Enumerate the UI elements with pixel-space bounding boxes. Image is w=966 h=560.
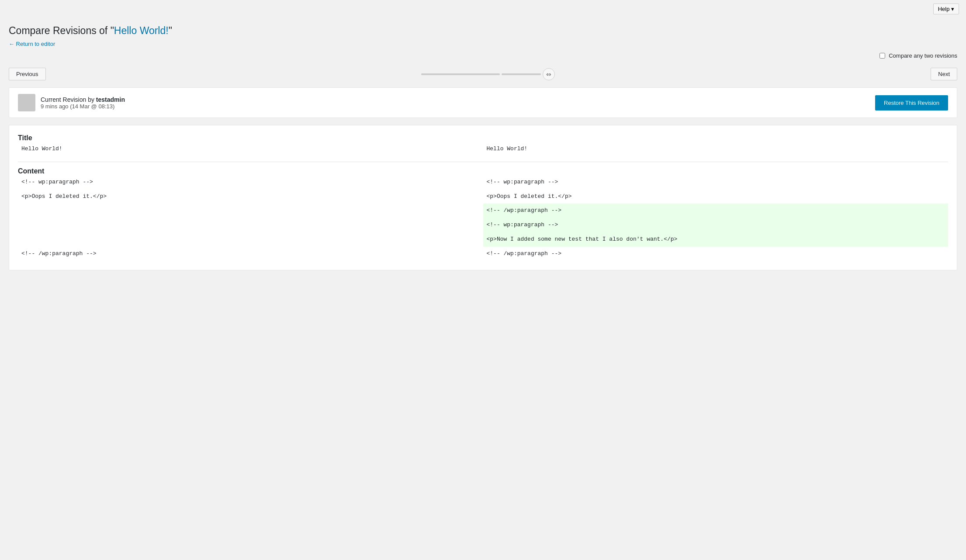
diff-row-left-2	[18, 204, 483, 218]
diff-row-right-2: <!-- /wp:paragraph -->	[483, 204, 949, 218]
time-ago: 9 mins ago	[41, 103, 69, 110]
table-row: <!-- /wp:paragraph -->	[18, 204, 948, 218]
revision-timestamp: 9 mins ago (14 Mar @ 08:13)	[41, 103, 125, 110]
diff-title-left: Hello World!	[18, 142, 483, 156]
compare-revisions-label[interactable]: Compare any two revisions	[889, 52, 957, 59]
compare-checkbox-row: Compare any two revisions	[0, 51, 966, 64]
table-row: Hello World! Hello World!	[18, 142, 948, 156]
revision-info-bar: Current Revision by testadmin 9 mins ago…	[9, 87, 957, 118]
diff-divider	[18, 162, 948, 162]
title-prefix: Compare Revisions of "	[9, 25, 114, 36]
title-suffix: "	[169, 25, 172, 36]
revision-label-text: Current Revision by	[41, 96, 94, 103]
table-row: <p>Now I added some new test that I also…	[18, 232, 948, 247]
nav-row: Previous ⇔ Next	[0, 64, 966, 84]
diff-row-left-1: <p>Oops I deleted it.</p>	[18, 190, 483, 204]
return-to-editor-link[interactable]: ← Return to editor	[9, 41, 55, 47]
revision-author-section: Current Revision by testadmin 9 mins ago…	[18, 94, 125, 111]
table-row: <p>Oops I deleted it.</p><p>Oops I delet…	[18, 190, 948, 204]
slider-track-left	[421, 73, 500, 75]
avatar	[18, 94, 35, 111]
page-title: Compare Revisions of "Hello World!"	[9, 25, 957, 37]
diff-row-right-0: <!-- wp:paragraph -->	[483, 175, 949, 190]
table-row: <!-- wp:paragraph --><!-- wp:paragraph -…	[18, 175, 948, 190]
diff-container: Title Hello World! Hello World! Content …	[9, 125, 957, 270]
diff-title-heading: Title	[18, 134, 32, 142]
diff-row-right-5: <!-- /wp:paragraph -->	[483, 247, 949, 261]
revision-label: Current Revision by testadmin	[41, 96, 125, 103]
diff-content-table: <!-- wp:paragraph --><!-- wp:paragraph -…	[18, 175, 948, 261]
diff-title-section: Title Hello World! Hello World!	[18, 134, 948, 156]
previous-button[interactable]: Previous	[9, 68, 46, 80]
revision-author: testadmin	[96, 96, 125, 103]
slider-track-right	[502, 73, 541, 75]
revision-text: Current Revision by testadmin 9 mins ago…	[41, 96, 125, 110]
next-button[interactable]: Next	[931, 68, 957, 80]
compare-revisions-checkbox[interactable]	[879, 53, 885, 59]
diff-row-left-4	[18, 232, 483, 247]
diff-content-section: Content <!-- wp:paragraph --><!-- wp:par…	[18, 167, 948, 261]
diff-content-heading: Content	[18, 167, 44, 175]
table-row: <!-- wp:paragraph -->	[18, 218, 948, 232]
table-row: <!-- /wp:paragraph --><!-- /wp:paragraph…	[18, 247, 948, 261]
diff-title-table: Hello World! Hello World!	[18, 142, 948, 156]
slider-handle[interactable]: ⇔	[543, 68, 555, 80]
top-bar: Help ▾	[0, 0, 966, 18]
diff-row-right-1: <p>Oops I deleted it.</p>	[483, 190, 949, 204]
restore-revision-button[interactable]: Restore This Revision	[875, 95, 948, 111]
help-label: Help ▾	[938, 6, 954, 12]
slider-container: ⇔	[421, 68, 555, 80]
help-button[interactable]: Help ▾	[933, 3, 959, 14]
diff-row-left-5: <!-- /wp:paragraph -->	[18, 247, 483, 261]
diff-row-left-0: <!-- wp:paragraph -->	[18, 175, 483, 190]
page-header: Compare Revisions of "Hello World!" ← Re…	[0, 18, 966, 51]
diff-row-right-4: <p>Now I added some new test that I also…	[483, 232, 949, 247]
diff-row-right-3: <!-- wp:paragraph -->	[483, 218, 949, 232]
title-link[interactable]: Hello World!	[114, 25, 169, 36]
diff-title-right: Hello World!	[483, 142, 949, 156]
date-formatted: (14 Mar @ 08:13)	[70, 103, 114, 110]
diff-row-left-3	[18, 218, 483, 232]
